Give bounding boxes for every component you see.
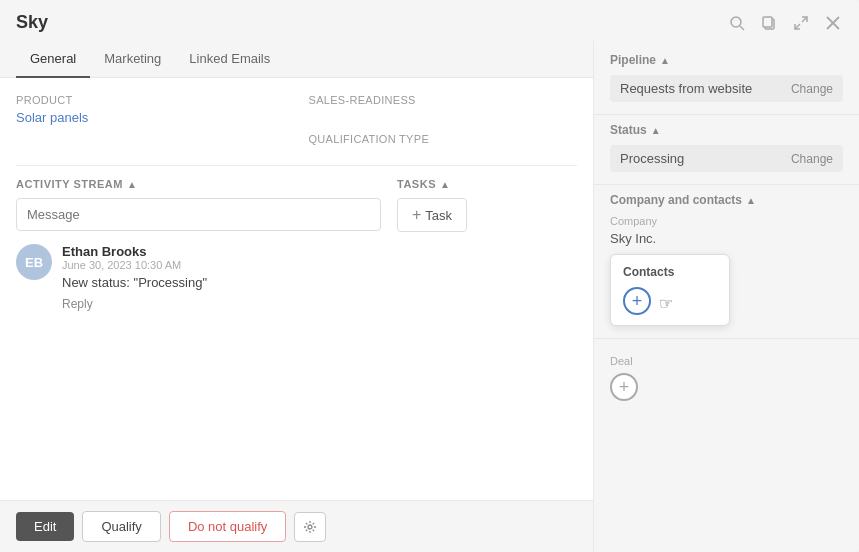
company-contacts-title: Company and contacts ▲ <box>610 193 843 207</box>
activity-chevron: ▲ <box>127 179 137 190</box>
contacts-popup: Contacts + ☞ <box>610 254 730 326</box>
pipeline-section: Pipeline ▲ Requests from website Change <box>594 53 859 115</box>
bottom-bar: Edit Qualify Do not qualify <box>0 500 593 552</box>
svg-rect-3 <box>763 17 772 27</box>
status-chevron: ▲ <box>651 125 661 136</box>
tab-marketing[interactable]: Marketing <box>90 41 175 78</box>
settings-button[interactable] <box>294 512 326 542</box>
deal-label: Deal <box>610 355 843 367</box>
activity-date: June 30, 2023 10:30 AM <box>62 259 207 271</box>
reply-link[interactable]: Reply <box>62 297 93 311</box>
avatar: EB <box>16 244 52 280</box>
tab-general[interactable]: General <box>16 41 90 78</box>
disqualify-button[interactable]: Do not qualify <box>169 511 287 542</box>
product-label: Product <box>16 94 285 106</box>
header: Sky <box>0 0 859 41</box>
activity-tasks: ACTIVITY STREAM ▲ TASKS ▲ + Task <box>16 178 577 232</box>
activity-section-header: ACTIVITY STREAM ▲ <box>16 178 381 190</box>
tasks-section: TASKS ▲ + Task <box>397 178 577 232</box>
cursor-hand: ☞ <box>659 294 673 313</box>
close-icon[interactable] <box>823 13 843 33</box>
tasks-chevron: ▲ <box>440 179 450 190</box>
status-title: Status ▲ <box>610 123 843 137</box>
activity-label: ACTIVITY STREAM <box>16 178 123 190</box>
tab-linked-emails[interactable]: Linked Emails <box>175 41 284 78</box>
product-value: Solar panels <box>16 110 285 125</box>
right-panel: Pipeline ▲ Requests from website Change … <box>594 41 859 552</box>
add-deal-button[interactable]: + <box>610 373 638 401</box>
activity-section: ACTIVITY STREAM ▲ <box>16 178 381 232</box>
body: General Marketing Linked Emails Product … <box>0 41 859 552</box>
left-content: Product Solar panels Sales-readiness Qua… <box>0 78 593 500</box>
contacts-add-row: + ☞ <box>623 287 717 315</box>
header-icons <box>727 13 843 33</box>
copy-icon[interactable] <box>759 13 779 33</box>
company-value: Sky Inc. <box>610 231 843 246</box>
sales-readiness-label: Sales-readiness <box>309 94 578 106</box>
product-field: Product Solar panels <box>16 94 285 125</box>
status-change-button[interactable]: Change <box>791 152 833 166</box>
add-task-button[interactable]: + Task <box>397 198 467 232</box>
activity-entry: EB Ethan Brooks June 30, 2023 10:30 AM N… <box>16 244 577 311</box>
activity-text: New status: "Processing" <box>62 275 207 290</box>
tasks-label: TASKS <box>397 178 436 190</box>
expand-icon[interactable] <box>791 13 811 33</box>
pipeline-title: Pipeline ▲ <box>610 53 843 67</box>
message-input[interactable] <box>16 198 381 231</box>
svg-line-1 <box>740 26 744 30</box>
search-icon[interactable] <box>727 13 747 33</box>
divider <box>16 165 577 166</box>
pipeline-change-button[interactable]: Change <box>791 82 833 96</box>
sales-readiness-field: Sales-readiness <box>309 94 578 125</box>
svg-point-8 <box>308 525 312 529</box>
edit-button[interactable]: Edit <box>16 512 74 541</box>
pipeline-chevron: ▲ <box>660 55 670 66</box>
svg-point-0 <box>731 17 741 27</box>
page-title: Sky <box>16 12 48 33</box>
status-section: Status ▲ Processing Change <box>594 123 859 185</box>
left-panel: General Marketing Linked Emails Product … <box>0 41 594 552</box>
activity-author: Ethan Brooks <box>62 244 207 259</box>
company-label: Company <box>610 215 843 227</box>
plus-icon: + <box>412 206 421 224</box>
fields-row: Product Solar panels Sales-readiness <box>16 94 577 125</box>
pipeline-row: Requests from website Change <box>610 75 843 102</box>
company-contacts-chevron: ▲ <box>746 195 756 206</box>
spacer <box>16 133 285 149</box>
tasks-section-header: TASKS ▲ <box>397 178 577 190</box>
company-contacts-section: Company and contacts ▲ Company Sky Inc. … <box>594 193 859 339</box>
qualification-row: Qualification type <box>16 133 577 149</box>
tabs: General Marketing Linked Emails <box>0 41 593 78</box>
modal-container: Sky <box>0 0 859 552</box>
contacts-popup-title: Contacts <box>623 265 717 279</box>
pipeline-value: Requests from website <box>620 81 752 96</box>
qualification-type-label: Qualification type <box>309 133 578 145</box>
status-row: Processing Change <box>610 145 843 172</box>
activity-body: Ethan Brooks June 30, 2023 10:30 AM New … <box>62 244 207 311</box>
deal-section: Deal + <box>594 347 859 401</box>
status-value: Processing <box>620 151 684 166</box>
add-contact-button[interactable]: + <box>623 287 651 315</box>
qualification-field: Qualification type <box>309 133 578 149</box>
qualify-button[interactable]: Qualify <box>82 511 160 542</box>
add-task-label: Task <box>425 208 452 223</box>
